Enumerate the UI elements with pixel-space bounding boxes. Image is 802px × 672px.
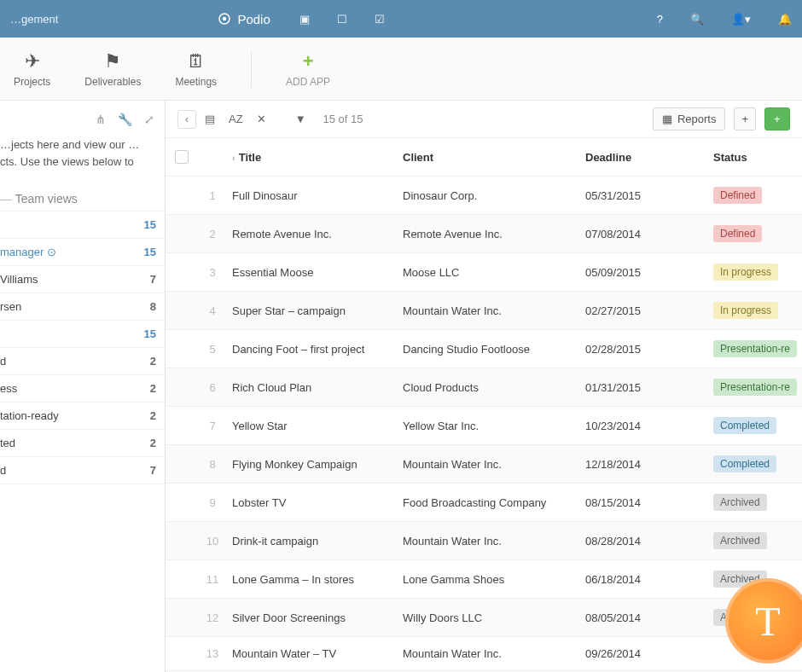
divider: [251, 50, 252, 88]
search-icon[interactable]: 🔍: [690, 13, 704, 26]
row-title: Yellow Star: [227, 418, 398, 434]
sidebar-item[interactable]: d2: [0, 348, 165, 375]
sidebar-item[interactable]: 15: [0, 321, 165, 348]
row-check[interactable]: [166, 501, 198, 504]
row-check[interactable]: [166, 616, 198, 619]
table-row[interactable]: 12Silver Door ScreeningsWilly Doors LLC0…: [166, 599, 802, 637]
row-check[interactable]: [166, 347, 198, 350]
table-row[interactable]: 1Full DinosaurDinosaur Corp.05/31/2015De…: [166, 177, 802, 215]
row-status: Presentation-re: [708, 339, 802, 359]
add-app[interactable]: + ADD APP: [286, 50, 330, 88]
row-index: 12: [198, 610, 227, 626]
row-check[interactable]: [166, 232, 198, 235]
status-badge: Completed: [713, 455, 776, 472]
collapse-sidebar[interactable]: ‹: [177, 110, 196, 129]
table-row[interactable]: 7Yellow StarYellow Star Inc.10/23/2014Co…: [166, 407, 802, 445]
row-client: Dinosaur Corp.: [398, 188, 580, 204]
app-meetings[interactable]: 🗓 Meetings: [175, 50, 217, 88]
table-row[interactable]: 5Dancing Foot – first projectDancing Stu…: [166, 330, 802, 368]
table-row[interactable]: 11Lone Gamma – In storesLone Gamma Shoes…: [166, 560, 802, 599]
col-check[interactable]: [166, 147, 198, 167]
table-row[interactable]: 10Drink-it campaignMountain Water Inc.08…: [166, 522, 802, 560]
table-row[interactable]: 13Mountain Water – TVMountain Water Inc.…: [166, 637, 802, 671]
row-client: Remote Avenue Inc.: [398, 226, 580, 242]
row-title: Essential Moose: [227, 264, 398, 281]
row-check[interactable]: [166, 652, 198, 656]
sidebar-item-count: 15: [144, 246, 156, 258]
calendar-icon[interactable]: ☐: [337, 13, 347, 26]
col-deadline[interactable]: Deadline: [580, 148, 708, 167]
row-check[interactable]: [166, 309, 198, 312]
sidebar-item[interactable]: d7: [0, 457, 165, 484]
list-toolbar: ‹ ▤ AZ ✕ ▼ 15 of 15 ▦ Reports + +: [166, 101, 802, 138]
flag-icon: ⚑: [104, 50, 121, 72]
row-check[interactable]: [166, 539, 198, 542]
add-item-button[interactable]: +: [764, 107, 790, 130]
add-report-button[interactable]: +: [734, 107, 756, 130]
sidebar-tools: ⋔ 🔧 ⤢: [0, 107, 165, 136]
sidebar-item[interactable]: rsen8: [0, 293, 165, 321]
row-status: Archived: [708, 492, 802, 513]
help-icon[interactable]: ?: [657, 13, 663, 26]
brand-icon: [217, 11, 232, 26]
table-row[interactable]: 8Flying Monkey CampaignMountain Water In…: [166, 445, 802, 484]
row-check[interactable]: [166, 577, 198, 581]
row-title: Lone Gamma – In stores: [227, 571, 398, 588]
plus-icon: +: [303, 50, 314, 72]
row-deadline: 12/18/2014: [580, 456, 708, 472]
user-menu-icon[interactable]: 👤▾: [731, 13, 751, 26]
layout-table-icon[interactable]: ▤: [205, 113, 215, 125]
col-title[interactable]: ‹Title: [227, 148, 398, 167]
filter-icon[interactable]: ▼: [295, 113, 306, 125]
table-row[interactable]: 9Lobster TVFood Broadcasting Company08/1…: [166, 484, 802, 522]
sidebar-item[interactable]: ess2: [0, 375, 165, 403]
reports-button[interactable]: ▦ Reports: [653, 107, 726, 130]
sidebar-item-count: 2: [150, 355, 156, 368]
reports-icon: ▦: [662, 113, 672, 125]
table-row[interactable]: 6Rich Cloud PlanCloud Products01/31/2015…: [166, 368, 802, 407]
sidebar-item[interactable]: 15: [0, 211, 165, 239]
row-check[interactable]: [166, 462, 198, 466]
row-status: Completed: [708, 454, 802, 474]
expand-icon[interactable]: ⤢: [144, 113, 154, 126]
row-check[interactable]: [166, 385, 198, 389]
brand[interactable]: Podio: [217, 11, 270, 26]
table-row[interactable]: 4Super Star – campaignMountain Water Inc…: [166, 292, 802, 330]
brand-label: Podio: [237, 12, 270, 26]
top-right: ? 🔍 👤▾ 🔔: [657, 13, 792, 26]
rss-icon[interactable]: ⋔: [96, 113, 106, 126]
tools-icon[interactable]: ✕: [257, 113, 266, 125]
sidebar-item[interactable]: ted2: [0, 430, 165, 457]
appbar: ✈ Projects ⚑ Deliverables 🗓 Meetings + A…: [0, 38, 802, 101]
sidebar-item[interactable]: manager ⊙15: [0, 239, 165, 266]
app-meetings-label: Meetings: [175, 76, 217, 88]
row-client: Cloud Products: [398, 379, 580, 396]
row-deadline: 05/31/2015: [580, 188, 708, 204]
row-index: 9: [198, 495, 227, 511]
tasks-icon[interactable]: ☑: [375, 13, 385, 26]
rocket-icon: ✈: [25, 50, 40, 72]
sidebar-item-count: 7: [150, 273, 156, 286]
sidebar-item-count: 2: [150, 437, 156, 449]
row-title: Drink-it campaign: [227, 533, 398, 549]
col-client[interactable]: Client: [398, 148, 580, 167]
row-check[interactable]: [166, 270, 198, 274]
wrench-icon[interactable]: 🔧: [118, 113, 132, 126]
row-title: Silver Door Screenings: [227, 610, 398, 626]
floating-badge[interactable]: T: [725, 578, 802, 663]
app-deliverables[interactable]: ⚑ Deliverables: [84, 50, 141, 88]
notifications-icon[interactable]: 🔔: [778, 13, 792, 26]
sidebar-item[interactable]: tation-ready2: [0, 403, 165, 430]
sidebar-item-label: ess: [0, 382, 17, 395]
section-team-views: Team views: [0, 183, 165, 211]
contacts-icon[interactable]: ▣: [299, 13, 310, 26]
sort-az[interactable]: AZ: [229, 113, 243, 125]
col-status[interactable]: Status: [708, 148, 802, 167]
row-check[interactable]: [166, 424, 198, 427]
table-row[interactable]: 3Essential MooseMoose LLC05/09/2015In pr…: [166, 253, 802, 292]
row-check[interactable]: [166, 194, 198, 197]
sidebar-item[interactable]: Villiams7: [0, 266, 165, 293]
row-deadline: 02/27/2015: [580, 303, 708, 319]
app-projects[interactable]: ✈ Projects: [14, 50, 50, 88]
table-row[interactable]: 2Remote Avenue Inc.Remote Avenue Inc.07/…: [166, 215, 802, 253]
